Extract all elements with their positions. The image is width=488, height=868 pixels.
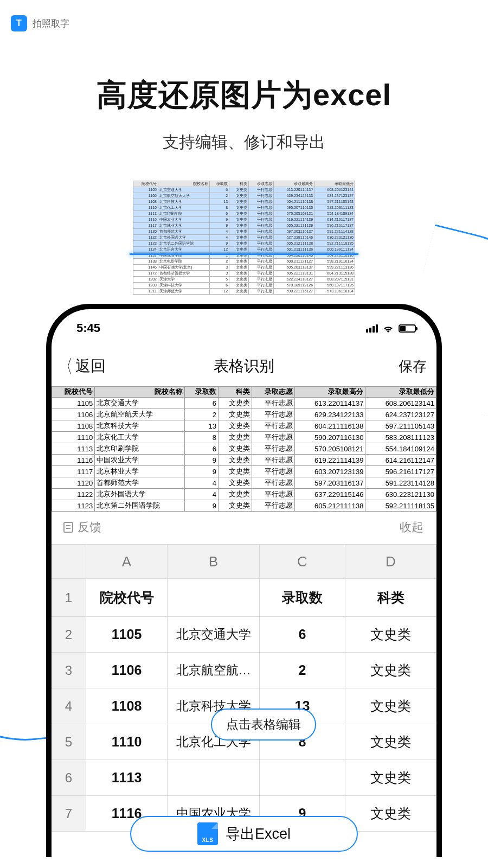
hero: 高度还原图片为excel 支持编辑、修订和导出	[0, 75, 488, 154]
column-header[interactable]: B	[168, 545, 260, 579]
sheet-cell[interactable]: 1105	[86, 617, 168, 653]
row-number[interactable]: 6	[52, 760, 86, 796]
nav-bar: 〈 返回 表格识别 保存	[52, 340, 436, 386]
app-name: 拍照取字	[33, 17, 69, 30]
sheet-cell[interactable]: 2	[260, 653, 345, 688]
chevron-left-icon: 〈	[60, 357, 73, 375]
column-header[interactable]: D	[345, 545, 436, 579]
feedback-button[interactable]: 反馈	[63, 519, 101, 535]
page-title: 表格识别	[52, 356, 436, 376]
editable-spreadsheet[interactable]: ABCD1院校代号录取数科类21105北京交通大学6文史类31106北京航空航……	[52, 544, 436, 832]
feedback-label: 反馈	[78, 519, 101, 535]
sheet-cell[interactable]: 文史类	[345, 617, 436, 653]
save-button[interactable]: 保存	[399, 357, 427, 376]
sheet-cell[interactable]: 北京交通大学	[168, 617, 260, 653]
column-header[interactable]: C	[260, 545, 345, 579]
row-number[interactable]: 5	[52, 724, 86, 760]
sheet-cell[interactable]: 1113	[86, 760, 168, 796]
sheet-cell[interactable]: 文史类	[345, 653, 436, 688]
sheet-cell[interactable]: 1106	[86, 653, 168, 688]
sheet-cell[interactable]: 北京航空航…	[168, 653, 260, 688]
brand-bar: T 拍照取字	[0, 0, 488, 37]
sheet-cell[interactable]: 6	[260, 617, 345, 653]
back-button[interactable]: 〈 返回	[57, 356, 106, 376]
status-bar: 5:45	[52, 309, 436, 340]
row-number[interactable]: 2	[52, 617, 86, 653]
toolbar-row: 反馈 收起	[52, 512, 436, 544]
hero-title: 高度还原图片为excel	[0, 75, 488, 116]
sheet-cell[interactable]	[168, 760, 260, 796]
sheet-cell[interactable]: 院校代号	[86, 579, 168, 617]
app-icon: T	[11, 15, 27, 31]
sheet-cell[interactable]: 录取数	[260, 579, 345, 617]
feedback-icon	[63, 522, 73, 533]
xls-file-icon: XLS	[197, 822, 218, 845]
hero-subtitle: 支持编辑、修订和导出	[0, 131, 488, 154]
sheet-cell[interactable]: 科类	[345, 579, 436, 617]
sheet-cell[interactable]: 1110	[86, 724, 168, 760]
export-excel-button[interactable]: XLS 导出Excel	[130, 816, 358, 852]
sheet-cell[interactable]: 文史类	[345, 760, 436, 796]
sheet-cell[interactable]: 1108	[86, 688, 168, 724]
row-number[interactable]: 1	[52, 579, 86, 617]
back-label: 返回	[75, 356, 106, 376]
wifi-icon	[382, 324, 394, 333]
column-header[interactable]: A	[86, 545, 168, 579]
scanned-table-preview: 院校代号院校名称录取数科类录取志愿录取最高分录取最低分1105北京交通大学6文史…	[133, 181, 355, 295]
recognized-table: 院校代号院校名称录取数科类录取志愿录取最高分录取最低分1105北京交通大学6文史…	[52, 386, 436, 512]
battery-icon	[399, 324, 416, 333]
collapse-button[interactable]: 收起	[400, 519, 423, 535]
sheet-cell[interactable]: 文史类	[345, 688, 436, 724]
phone-mockup: 5:45 〈 返回 表格识别 保存 院校代号院校名称录取数科类录取志愿录取最高分…	[46, 304, 442, 857]
status-icons	[366, 324, 416, 333]
sheet-corner	[52, 545, 86, 579]
sheet-cell[interactable]: 文史类	[345, 724, 436, 760]
row-number[interactable]: 4	[52, 688, 86, 724]
edit-hint-bubble[interactable]: 点击表格编辑	[211, 709, 316, 741]
signal-icon	[366, 324, 378, 333]
sheet-cell[interactable]	[260, 760, 345, 796]
status-time: 5:45	[76, 321, 100, 335]
sheet-cell[interactable]	[168, 579, 260, 617]
export-label: 导出Excel	[226, 824, 291, 844]
scan-line	[130, 253, 358, 255]
row-number[interactable]: 3	[52, 653, 86, 688]
